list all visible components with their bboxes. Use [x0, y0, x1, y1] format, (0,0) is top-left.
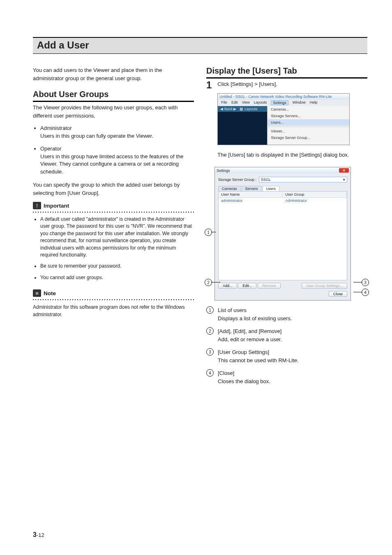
user-table: User Name User Group administrator Admin… [218, 191, 347, 280]
settings-dropdown: Cameras... Storage Servers... Users... V… [267, 106, 349, 145]
tab-servers[interactable]: Servers [242, 186, 262, 191]
col-header: User Group [283, 192, 347, 197]
page-footer: 3-12 [33, 531, 44, 539]
item-desc: Add, edit or remove a user. [218, 336, 282, 342]
user-groups-intro: The Viewer provides the following two us… [33, 104, 194, 120]
settings-dialog-screenshot: Settings ✕ Storage Server Group : SSGL ▾… [214, 167, 351, 301]
back-nav[interactable]: ◀ Back ▶ [220, 107, 236, 111]
table-row[interactable]: administrator Administrator [219, 198, 347, 204]
section-title-bar: Add a User [33, 37, 367, 54]
tab-bar: Cameras Servers Users [218, 186, 347, 191]
video-preview [218, 112, 267, 145]
list-item: A default user called "administrator" is… [40, 216, 194, 259]
menu-item[interactable]: File [221, 100, 227, 105]
menu-item[interactable]: Storage Server Group... [267, 134, 349, 141]
col-header: User Name [219, 192, 283, 197]
important-label: Important [44, 203, 69, 209]
step-number: 1 [206, 80, 212, 164]
menu-item[interactable]: Edit [231, 100, 238, 105]
menu-item[interactable]: View [242, 100, 249, 105]
callout-number: 4 [206, 369, 214, 377]
item-desc: Closes the dialog box. [218, 378, 270, 384]
divider [33, 299, 194, 300]
callout-marker-3: 3 [362, 279, 369, 286]
item-title: [Close] [218, 369, 270, 377]
callout-marker-4: 4 [362, 289, 369, 296]
menu-item-settings[interactable]: Settings [271, 100, 288, 105]
menu-item-users[interactable]: Users... [267, 119, 349, 126]
list-item: 1 List of users Displays a list of exist… [206, 306, 367, 322]
note-icon: ≡ [33, 289, 41, 297]
item-title: [Add], [Edit], and [Remove] [218, 327, 282, 335]
layouts-button[interactable]: ▦ Layouts [240, 107, 257, 111]
intro-paragraph: You can add users to the Viewer and plac… [33, 66, 194, 82]
group-name: Administrator [40, 125, 194, 132]
add-button[interactable]: Add... [218, 283, 237, 289]
menu-screenshot: Untitled - SSGL - Canon Network Video Re… [217, 93, 350, 145]
edit-button[interactable]: Edit... [238, 283, 256, 289]
menu-item[interactable]: Help [310, 100, 318, 105]
group-name: Operator [40, 145, 194, 153]
close-icon[interactable]: ✕ [339, 168, 349, 173]
display-users-heading: Display the [Users] Tab [206, 66, 367, 79]
chapter-number: 3 [33, 531, 37, 538]
item-desc: Displays a list of existing users. [218, 315, 292, 321]
list-item: You cannot add user groups. [40, 274, 194, 281]
callout-list: 1 List of users Displays a list of exist… [206, 306, 367, 385]
warning-icon: ! [33, 202, 41, 209]
menu-item[interactable]: Storage Servers... [267, 113, 349, 119]
dialog-title: Settings [217, 169, 230, 173]
window-title: Untitled - SSGL - Canon Network Video Re… [218, 94, 349, 99]
tab-users[interactable]: Users [263, 186, 280, 191]
remove-button[interactable]: Remove [258, 283, 281, 289]
list-item: Be sure to remember your password. [40, 263, 194, 270]
menu-item[interactable]: Viewer... [267, 128, 349, 134]
settings-dialog-figure: 1 2 3 4 Settings ✕ Storage Server Group … [206, 167, 367, 301]
page-number: -12 [37, 532, 44, 538]
menu-bar: File Edit View Layouts Settings Window H… [218, 99, 349, 106]
list-item: 2 [Add], [Edit], and [Remove] Add, edit … [206, 327, 367, 343]
result-text: The [Users] tab is displayed in the [Set… [217, 151, 367, 159]
step-instruction: Click [Settings] > [Users]. [217, 80, 367, 88]
menu-item[interactable]: Layouts [254, 100, 267, 105]
callout-marker-1: 1 [205, 229, 212, 236]
callout-number: 2 [206, 327, 214, 335]
user-group-settings-button[interactable]: User Group Settings... [302, 283, 347, 289]
user-group-list: Administrator Users in this group can fu… [33, 125, 194, 176]
left-column: You can add users to the Viewer and plac… [33, 66, 194, 390]
about-user-groups-heading: About User Groups [33, 90, 194, 102]
group-select[interactable]: SSGL ▾ [259, 177, 347, 183]
item-desc: This cannot be used with RM-Lite. [218, 357, 299, 363]
separator [267, 127, 349, 127]
tab-cameras[interactable]: Cameras [218, 186, 241, 191]
group-desc: Users in this group have limited access … [40, 153, 183, 175]
list-item: Operator Users in this group have limite… [40, 145, 194, 176]
close-button[interactable]: Close [329, 291, 347, 297]
callout-number: 3 [206, 348, 214, 356]
divider [33, 212, 194, 213]
group-desc: Users in this group can fully operate th… [40, 133, 153, 139]
list-item: 3 [User Group Settings] This cannot be u… [206, 348, 367, 364]
note-text: Administrator for this software program … [33, 303, 194, 318]
item-title: List of users [218, 306, 292, 314]
note-label: Note [44, 290, 56, 296]
list-item: 4 [Close] Closes the dialog box. [206, 369, 367, 385]
callout-number: 1 [206, 306, 214, 314]
menu-item[interactable]: Cameras... [267, 106, 349, 113]
list-item: Administrator Users in this group can fu… [40, 125, 194, 140]
user-group-note: You can specify the group to which the a… [33, 181, 194, 197]
callout-marker-2: 2 [205, 279, 212, 286]
menu-item[interactable]: Window [293, 100, 306, 105]
group-label: Storage Server Group : [218, 178, 256, 182]
chevron-down-icon: ▾ [343, 178, 345, 182]
item-title: [User Group Settings] [218, 348, 299, 356]
right-column: Display the [Users] Tab 1 Click [Setting… [206, 66, 367, 390]
page-title: Add a User [37, 39, 363, 51]
important-list: A default user called "administrator" is… [33, 216, 194, 281]
